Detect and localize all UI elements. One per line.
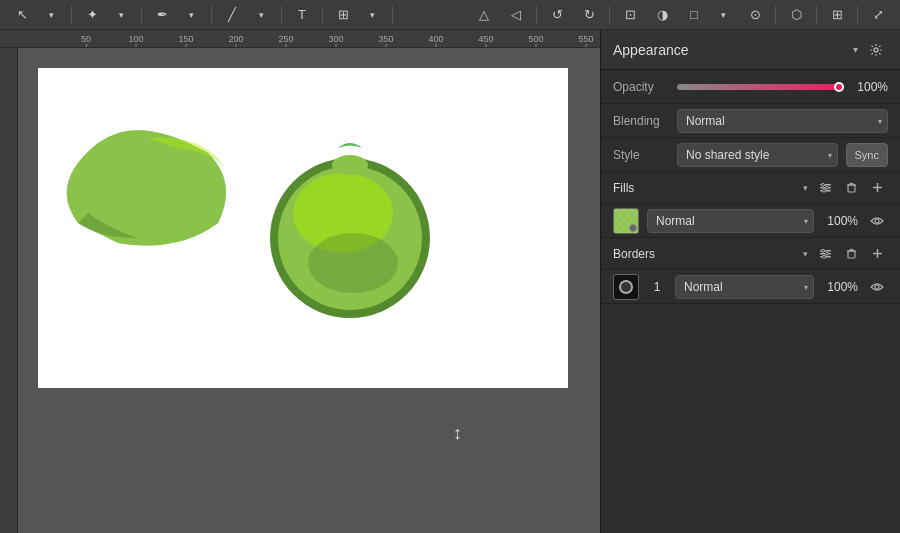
select-arrow[interactable]: ▾ xyxy=(37,3,65,27)
star-tool[interactable]: ✦ xyxy=(78,3,106,27)
image-tool[interactable]: ⊞ xyxy=(329,3,357,27)
borders-delete-button[interactable] xyxy=(840,243,862,265)
text-tool[interactable]: T xyxy=(288,3,316,27)
fills-title: Fills xyxy=(613,181,797,195)
borders-settings-icon xyxy=(819,247,832,260)
arrange-tool[interactable]: △ xyxy=(470,3,498,27)
border-visibility-button[interactable] xyxy=(866,276,888,298)
distribute-tool[interactable]: ⊙ xyxy=(741,3,769,27)
combine-btn[interactable]: □ xyxy=(680,3,708,27)
fill-color-swatch[interactable] xyxy=(613,208,639,234)
border-blend-select[interactable]: Normal xyxy=(675,275,814,299)
opacity-track xyxy=(677,84,844,90)
svg-point-10 xyxy=(825,186,828,189)
sync-button[interactable]: Sync xyxy=(846,143,888,167)
zoom-tool[interactable]: ⤢ xyxy=(864,3,892,27)
svg-point-24 xyxy=(825,252,828,255)
line-tool[interactable]: ╱ xyxy=(218,3,246,27)
blending-select[interactable]: Normal xyxy=(677,109,888,133)
tick-500: 500 xyxy=(528,34,543,48)
combine-arrow[interactable]: ▾ xyxy=(709,3,737,27)
mask-tool[interactable]: ◑ xyxy=(648,3,676,27)
canvas-scroll[interactable]: ↕ xyxy=(18,48,600,533)
fills-settings-button[interactable] xyxy=(814,177,836,199)
star-arrow[interactable]: ▾ xyxy=(107,3,135,27)
fills-section-header: Fills ▾ xyxy=(601,172,900,204)
shape-tools: ✦ ▾ xyxy=(78,3,135,27)
combine-tools: □ ▾ xyxy=(680,3,737,27)
opacity-value: 100% xyxy=(852,80,888,94)
borders-trash-icon xyxy=(845,247,858,260)
pen-tool[interactable]: ✒ xyxy=(148,3,176,27)
fill-opacity-value: 100% xyxy=(822,214,858,228)
borders-add-button[interactable] xyxy=(866,243,888,265)
canvas-area[interactable]: 50 100 150 200 250 300 350 400 450 500 5… xyxy=(0,30,600,533)
svg-point-4 xyxy=(332,155,368,175)
pen-tools: ✒ ▾ xyxy=(148,3,205,27)
image-tools: ⊞ ▾ xyxy=(329,3,386,27)
fill-visibility-button[interactable] xyxy=(866,210,888,232)
fills-add-button[interactable] xyxy=(866,177,888,199)
fill-blend-select[interactable]: Normal xyxy=(647,209,814,233)
border-swatch-inner xyxy=(619,280,633,294)
border-color-swatch[interactable] xyxy=(613,274,639,300)
style-row: Style No shared style ▾ Sync xyxy=(601,138,900,172)
panel-header: Appearance ▾ xyxy=(601,30,900,70)
borders-settings-button[interactable] xyxy=(814,243,836,265)
selection-tools: ↖ ▾ xyxy=(8,3,65,27)
tick-300: 300 xyxy=(328,34,343,48)
leaf-shape[interactable] xyxy=(58,123,258,253)
borders-plus-icon xyxy=(871,247,884,260)
borders-title: Borders xyxy=(613,247,797,261)
style-label: Style xyxy=(613,148,669,162)
panel-chevron-icon: ▾ xyxy=(853,44,858,55)
circle-shape[interactable] xyxy=(263,143,438,318)
pen-arrow[interactable]: ▾ xyxy=(177,3,205,27)
borders-chevron-icon: ▾ xyxy=(803,249,808,259)
opacity-fill xyxy=(677,84,844,90)
border-eye-icon xyxy=(870,282,884,292)
blending-label: Blending xyxy=(613,114,669,128)
line-arrow[interactable]: ▾ xyxy=(247,3,275,27)
blending-row: Blending Normal ▾ xyxy=(601,104,900,138)
main-area: 50 100 150 200 250 300 350 400 450 500 5… xyxy=(0,30,900,533)
undo[interactable]: ↺ xyxy=(543,3,571,27)
line-tools: ╱ ▾ xyxy=(218,3,275,27)
blending-select-wrapper: Normal ▾ xyxy=(677,109,888,133)
arrange-flip[interactable]: ◁ xyxy=(502,3,530,27)
eye-icon xyxy=(870,216,884,226)
fills-delete-button[interactable] xyxy=(840,177,862,199)
borders-section-header: Borders ▾ xyxy=(601,238,900,270)
select-tool[interactable]: ↖ xyxy=(8,3,36,27)
ruler-horizontal: 50 100 150 200 250 300 350 400 450 500 5… xyxy=(0,30,600,48)
svg-point-11 xyxy=(822,189,825,192)
fills-actions xyxy=(814,177,888,199)
tick-50: 50 xyxy=(81,34,91,48)
component-tool[interactable]: ⊡ xyxy=(616,3,644,27)
svg-point-19 xyxy=(875,219,879,223)
tick-100: 100 xyxy=(128,34,143,48)
tick-550: 550 xyxy=(578,34,593,48)
border-row: 1 Normal ▾ 100% xyxy=(601,270,900,304)
panel-title: Appearance xyxy=(613,42,847,58)
opacity-slider[interactable] xyxy=(677,84,844,90)
canvas-white: ↕ xyxy=(38,68,568,388)
border-opacity-value: 100% xyxy=(822,280,858,294)
export-tool[interactable]: ⬡ xyxy=(782,3,810,27)
style-select[interactable]: No shared style xyxy=(677,143,838,167)
svg-point-33 xyxy=(875,285,879,289)
view-tool[interactable]: ⊞ xyxy=(823,3,851,27)
fill-blend-wrapper: Normal ▾ xyxy=(647,209,814,233)
opacity-thumb xyxy=(834,82,844,92)
border-width-value: 1 xyxy=(647,280,667,294)
fills-settings-icon xyxy=(819,181,832,194)
fill-row: Normal ▾ 100% xyxy=(601,204,900,238)
trash-icon xyxy=(845,181,858,194)
swatch-indicator xyxy=(629,224,637,232)
panel-settings-button[interactable] xyxy=(864,38,888,62)
svg-rect-26 xyxy=(848,251,855,258)
border-blend-wrapper: Normal ▾ xyxy=(675,275,814,299)
svg-point-23 xyxy=(821,249,824,252)
redo[interactable]: ↻ xyxy=(575,3,603,27)
image-arrow[interactable]: ▾ xyxy=(358,3,386,27)
